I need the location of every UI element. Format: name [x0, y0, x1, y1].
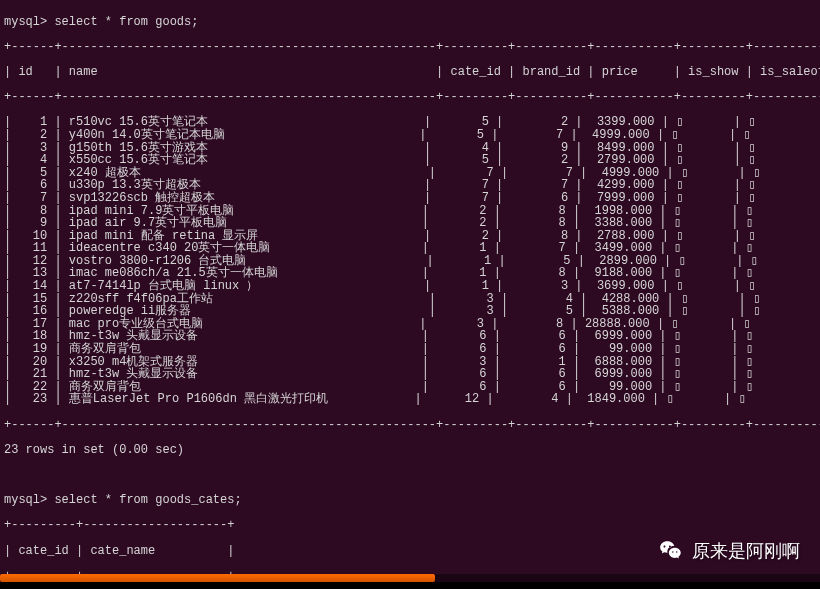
table-row: | 2 | y400n 14.0英寸笔记本电脑 | 5 | 7 | 4999.0…: [4, 129, 816, 142]
table-row: | 21 | hmz-t3w 头戴显示设备 | 6 | 6 | 6999.000…: [4, 368, 816, 381]
table1-border-bottom: +------+--------------------------------…: [4, 419, 816, 432]
horizontal-scrollbar[interactable]: [0, 574, 820, 582]
sql-query-1: mysql> select * from goods;: [4, 16, 816, 29]
table1-header: | id | name | cate_id | brand_id | price…: [4, 66, 816, 79]
table-row: | 14 | at7-7414lp 台式电脑 linux ） | 1 | 3 |…: [4, 280, 816, 293]
table1-border-mid: +------+--------------------------------…: [4, 91, 816, 104]
wechat-icon: [658, 538, 684, 564]
scrollbar-thumb[interactable]: [0, 574, 435, 582]
bottom-bar: [0, 582, 820, 589]
table-row: | 7 | svp13226scb 触控超极本 | 7 | 6 | 7999.0…: [4, 192, 816, 205]
table1-body: | 1 | r510vc 15.6英寸笔记本 | 5 | 2 | 3399.00…: [4, 116, 816, 406]
watermark-text: 原来是阿刚啊: [692, 542, 800, 561]
table-row: | 23 | 惠普LaserJet Pro P1606dn 黑白激光打印机 | …: [4, 393, 816, 406]
table-row: | 9 | ipad air 9.7英寸平板电脑 | 2 | 8 | 3388.…: [4, 217, 816, 230]
result1: 23 rows in set (0.00 sec): [4, 444, 816, 457]
table2-border-top: +---------+--------------------+: [4, 519, 816, 532]
watermark: 原来是阿刚啊: [658, 538, 800, 564]
table1-border-top: +------+--------------------------------…: [4, 41, 816, 54]
table-row: | 11 | ideacentre c340 20英寸一体电脑 | 1 | 7 …: [4, 242, 816, 255]
terminal-output: mysql> select * from goods; +------+----…: [0, 0, 820, 589]
table-row: | 19 | 商务双肩背包 | 6 | 6 | 99.000 | ▯ | ▯ |: [4, 343, 816, 356]
sql-query-2: mysql> select * from goods_cates;: [4, 494, 816, 507]
table-row: | 4 | x550cc 15.6英寸笔记本 | 5 | 2 | 2799.00…: [4, 154, 816, 167]
table-row: | 16 | poweredge ii服务器 | 3 | 5 | 5388.00…: [4, 305, 816, 318]
blank-line: [4, 469, 816, 482]
